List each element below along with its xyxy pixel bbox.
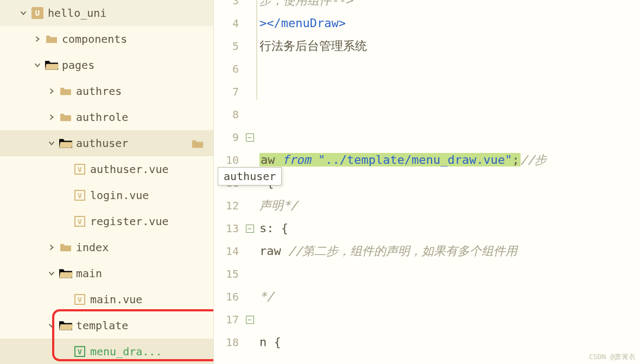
watermark: CSDN @萧篱衣 <box>589 352 636 362</box>
tree-label: template <box>73 319 128 332</box>
vue-file-icon: V <box>73 164 87 175</box>
tree-label: pages <box>59 59 94 72</box>
code-line[interactable]: 12 声明*/ <box>214 194 640 217</box>
folder-open-icon <box>59 137 73 149</box>
code-line[interactable]: 16 */ <box>214 285 640 308</box>
line-number: 18 <box>214 331 244 354</box>
file-explorer: U hello_uni components pages authres aut… <box>0 0 214 364</box>
folder-badge-icon <box>192 138 204 148</box>
chevron-down-icon[interactable] <box>45 270 59 277</box>
line-number: 4 <box>214 12 244 35</box>
tree-label: register.vue <box>87 215 169 228</box>
folder-open-icon <box>59 320 73 331</box>
folder-icon <box>59 112 73 122</box>
tree-label: authuser.vue <box>87 163 169 176</box>
line-number: 5 <box>214 35 244 58</box>
tree-label: main <box>73 267 102 280</box>
uniapp-icon: U <box>30 7 45 19</box>
tree-label: login.vue <box>87 189 149 202</box>
code-line[interactable]: 15 <box>214 263 640 285</box>
tree-row-authres[interactable]: authres <box>0 78 213 104</box>
line-number: 15 <box>214 263 244 285</box>
tree-label: main.vue <box>87 293 142 306</box>
tree-label: hello_uni <box>45 7 106 20</box>
line-number: 17 <box>214 308 244 331</box>
folder-icon <box>59 86 73 96</box>
code-line[interactable]: 14 raw //第二步，组件的声明，如果有多个组件用 <box>214 240 640 263</box>
line-number: 14 <box>214 240 244 263</box>
line-number: 12 <box>214 194 244 217</box>
vue-file-icon: V <box>73 190 87 201</box>
fold-toggle[interactable]: − <box>244 316 255 324</box>
fold-toggle[interactable]: − <box>244 133 255 142</box>
chevron-down-icon[interactable] <box>30 61 45 69</box>
line-number: 13 <box>214 217 244 240</box>
chevron-right-icon[interactable] <box>45 113 59 121</box>
line-number: 16 <box>214 285 244 308</box>
code-line[interactable]: 5 行法务后台管理系统 <box>214 35 640 58</box>
fold-toggle[interactable]: − <box>244 225 255 233</box>
chevron-right-icon[interactable] <box>45 87 59 95</box>
code-line[interactable]: 8 <box>214 103 640 126</box>
line-number: 8 <box>214 103 244 126</box>
vue-file-icon: V <box>73 216 87 227</box>
chevron-right-icon[interactable] <box>30 35 45 43</box>
folder-icon <box>59 242 73 252</box>
chevron-down-icon[interactable] <box>45 322 59 329</box>
code-line[interactable]: 13 − s: { <box>214 217 640 240</box>
line-number: 3 <box>214 0 244 12</box>
tree-row-authrole[interactable]: authrole <box>0 104 213 130</box>
tree-row-authuser-vue[interactable]: V authuser.vue <box>0 156 213 182</box>
code-line[interactable]: 4 ></menuDraw> <box>214 12 640 35</box>
line-number: 7 <box>214 80 244 103</box>
line-number: 6 <box>214 58 244 80</box>
tree-label: authrole <box>73 111 128 124</box>
tree-row-project[interactable]: U hello_uni <box>0 0 213 26</box>
vue-file-icon: V <box>73 294 87 305</box>
tree-row-register-vue[interactable]: V register.vue <box>0 208 213 234</box>
tree-label: menu_dra... <box>87 345 162 358</box>
code-line[interactable]: 7 <box>214 80 640 103</box>
chevron-down-icon[interactable] <box>16 9 30 17</box>
folder-icon <box>45 34 59 44</box>
code-line[interactable]: 17 − <box>214 308 640 331</box>
tree-row-main-vue[interactable]: V main.vue <box>0 286 213 312</box>
folder-open-icon <box>59 267 73 279</box>
tree-label: authres <box>73 85 122 98</box>
hover-tooltip: authuser <box>218 167 282 186</box>
line-number: 9 <box>214 126 244 149</box>
tree-row-main[interactable]: main <box>0 260 213 286</box>
tree-row-login-vue[interactable]: V login.vue <box>0 182 213 208</box>
vue-file-icon: V <box>73 346 87 357</box>
code-line[interactable]: 3 步，使用组件--> <box>214 0 640 12</box>
code-line[interactable]: 18 n { <box>214 331 640 354</box>
tree-row-authuser[interactable]: authuser <box>0 130 213 156</box>
code-line[interactable]: 9 − <box>214 126 640 149</box>
tree-row-template[interactable]: template <box>0 312 213 339</box>
tree-label: authuser <box>73 137 128 150</box>
fold-guide <box>256 0 257 100</box>
tree-label: components <box>59 33 127 46</box>
tree-label: index <box>73 241 109 254</box>
tree-row-index[interactable]: index <box>0 234 213 260</box>
chevron-down-icon[interactable] <box>45 139 59 147</box>
chevron-right-icon[interactable] <box>45 244 59 251</box>
tree-row-components[interactable]: components <box>0 26 213 52</box>
folder-open-icon <box>45 59 59 71</box>
code-line[interactable]: 6 <box>214 58 640 80</box>
tree-row-menu-draw[interactable]: V menu_dra... <box>0 339 213 364</box>
tree-row-pages[interactable]: pages <box>0 52 213 78</box>
